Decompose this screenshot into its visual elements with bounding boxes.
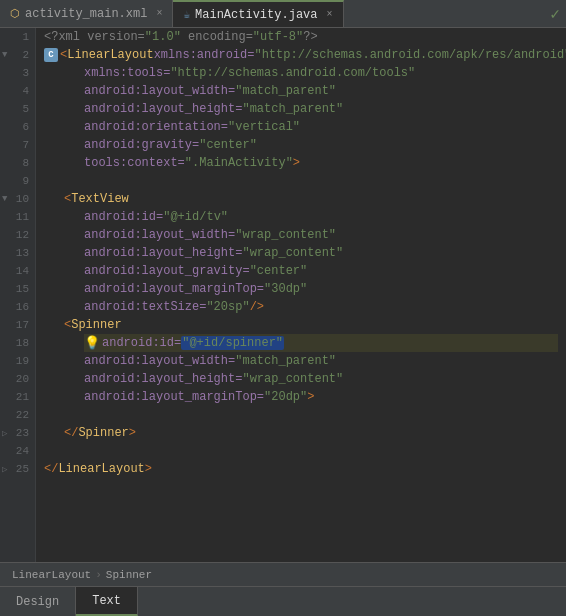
line-number-21: 21	[0, 388, 35, 406]
text-tab-label: Text	[92, 594, 121, 608]
code-line-14: android:layout_gravity="center"	[84, 262, 558, 280]
tab-main-activity[interactable]: ☕ MainActivity.java ×	[173, 0, 343, 27]
line-number-17: 17	[0, 316, 35, 334]
line-number-10: ▼10	[0, 190, 35, 208]
code-line-6: android:orientation="vertical"	[84, 118, 558, 136]
code-line-23: </Spinner>	[64, 424, 558, 442]
code-line-18: 💡 android:id="@+id/spinner"	[84, 334, 558, 352]
fold-icon-2[interactable]: ▼	[2, 50, 7, 60]
line-number-4: 4	[0, 82, 35, 100]
line-number-12: 12	[0, 226, 35, 244]
bottom-tab-bar: Design Text	[0, 586, 566, 616]
code-line-21: android:layout_marginTop="20dp">	[84, 388, 558, 406]
line-number-25: ▷25	[0, 460, 35, 478]
line-number-24: 24	[0, 442, 35, 460]
code-line-12: android:layout_width="wrap_content"	[84, 226, 558, 244]
line-number-20: 20	[0, 370, 35, 388]
code-line-9	[44, 172, 558, 190]
line-number-22: 22	[0, 406, 35, 424]
breadcrumb-item-spinner[interactable]: Spinner	[106, 569, 152, 581]
line-number-9: 9	[0, 172, 35, 190]
fold-icon-10[interactable]: ▼	[2, 194, 7, 204]
code-line-16: android:textSize="20sp" />	[84, 298, 558, 316]
bottom-tab-design[interactable]: Design	[0, 587, 76, 616]
code-line-1: <?xml version="1.0" encoding="utf-8"?>	[44, 28, 558, 46]
tab-close-main-activity[interactable]: ×	[326, 9, 332, 20]
code-line-4: android:layout_width="match_parent"	[84, 82, 558, 100]
line-number-8: 8	[0, 154, 35, 172]
code-line-24	[44, 442, 558, 460]
line-number-19: 19	[0, 352, 35, 370]
code-line-20: android:layout_height="wrap_content"	[84, 370, 558, 388]
code-line-5: android:layout_height="match_parent"	[84, 100, 558, 118]
tab-bar: ⬡ activity_main.xml × ☕ MainActivity.jav…	[0, 0, 566, 28]
line-number-13: 13	[0, 244, 35, 262]
xml-file-icon: ⬡	[10, 7, 20, 20]
line-number-15: 15	[0, 280, 35, 298]
line-number-23: ▷23	[0, 424, 35, 442]
tab-label-activity-main: activity_main.xml	[25, 7, 147, 21]
code-line-15: android:layout_marginTop="30dp"	[84, 280, 558, 298]
line-number-2: ▼2	[0, 46, 35, 64]
line-number-14: 14	[0, 262, 35, 280]
fold-icon-23[interactable]: ▷	[2, 428, 7, 439]
line-number-6: 6	[0, 118, 35, 136]
line-number-16: 16	[0, 298, 35, 316]
design-tab-label: Design	[16, 595, 59, 609]
code-line-22	[44, 406, 558, 424]
tab-activity-main[interactable]: ⬡ activity_main.xml ×	[0, 0, 173, 27]
code-line-25: </LinearLayout>	[44, 460, 558, 478]
breadcrumb-bar: LinearLayout › Spinner	[0, 562, 566, 586]
code-line-2: C <LinearLayout xmlns:android="http://sc…	[44, 46, 558, 64]
code-line-8: tools:context=".MainActivity">	[84, 154, 558, 172]
checkmark-icon: ✓	[550, 4, 560, 24]
java-file-icon: ☕	[183, 8, 190, 21]
breadcrumb-item-linearlayout[interactable]: LinearLayout	[12, 569, 91, 581]
line-numbers-gutter: 1 ▼2 3 4 5 6 7 8 9 ▼10 11 12 13 14 15 16…	[0, 28, 36, 562]
code-line-3: xmlns:tools="http://schemas.android.com/…	[84, 64, 558, 82]
line-number-3: 3	[0, 64, 35, 82]
line-number-11: 11	[0, 208, 35, 226]
code-line-13: android:layout_height="wrap_content"	[84, 244, 558, 262]
line-number-18: 18	[0, 334, 35, 352]
fold-icon-25[interactable]: ▷	[2, 464, 7, 475]
c-marker: C	[44, 48, 58, 62]
code-line-10: <TextView	[64, 190, 558, 208]
tab-label-main-activity: MainActivity.java	[195, 8, 317, 22]
line-number-1: 1	[0, 28, 35, 46]
breadcrumb-separator: ›	[95, 569, 102, 581]
code-line-7: android:gravity="center"	[84, 136, 558, 154]
code-line-19: android:layout_width="match_parent"	[84, 352, 558, 370]
code-content[interactable]: <?xml version="1.0" encoding="utf-8"?> C…	[36, 28, 566, 562]
editor-container: 1 ▼2 3 4 5 6 7 8 9 ▼10 11 12 13 14 15 16…	[0, 28, 566, 562]
bottom-tab-text[interactable]: Text	[76, 587, 138, 616]
line-number-7: 7	[0, 136, 35, 154]
code-line-17: <Spinner	[64, 316, 558, 334]
line-number-5: 5	[0, 100, 35, 118]
code-line-11: android:id="@+id/tv"	[84, 208, 558, 226]
tab-close-activity-main[interactable]: ×	[156, 8, 162, 19]
bulb-icon[interactable]: 💡	[84, 335, 100, 351]
